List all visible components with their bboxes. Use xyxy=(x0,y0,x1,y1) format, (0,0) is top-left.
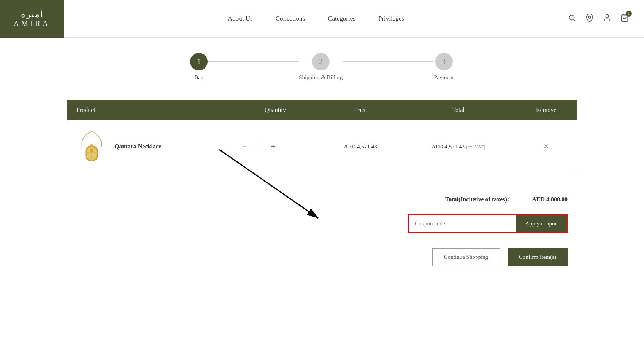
col-remove: Remove xyxy=(516,100,577,120)
step-connector-1 xyxy=(208,61,299,62)
product-name: Qantara Necklace xyxy=(114,143,161,150)
table-row: Qantara Necklace − 1 + AED 4,571.43 AED … xyxy=(67,120,577,173)
price-cell: AED 4,571.43 xyxy=(320,120,401,173)
quantity-cell: − 1 + xyxy=(231,120,320,173)
step-circle-3: 3 xyxy=(435,53,453,70)
step-label-3: Payment xyxy=(434,74,454,81)
svg-point-0 xyxy=(569,15,574,20)
coupon-box: Apply coupon xyxy=(408,214,568,233)
apply-coupon-button[interactable]: Apply coupon xyxy=(516,215,567,232)
continue-shopping-button[interactable]: Continue Shopping xyxy=(432,248,500,266)
nav-privileges[interactable]: Privileges xyxy=(378,15,404,22)
confirm-items-button[interactable]: Confirm Item(s) xyxy=(508,248,568,266)
total-label: Total(Inclusive of taxes): xyxy=(445,196,509,203)
cart-icon[interactable]: 1 xyxy=(620,14,629,24)
cart-count: 1 xyxy=(626,11,632,17)
qty-decrease-button[interactable]: − xyxy=(240,142,249,152)
col-product: Product xyxy=(67,100,231,120)
col-total: Total xyxy=(401,100,516,120)
coupon-input[interactable] xyxy=(409,215,516,232)
qty-value: 1 xyxy=(255,143,263,150)
col-price: Price xyxy=(320,100,401,120)
main-nav: About Us Collections Categories Privileg… xyxy=(228,15,404,22)
coupon-area: Apply coupon xyxy=(67,211,577,244)
totals-row: Total(Inclusive of taxes): AED 4,800.00 xyxy=(67,188,577,211)
step-circle-1: 1 xyxy=(190,53,208,70)
step-connector-2 xyxy=(343,61,434,62)
coupon-section: Apply coupon xyxy=(67,211,577,244)
nav-categories[interactable]: Categories xyxy=(328,15,355,22)
step-1: 1 Bag xyxy=(190,53,208,81)
total-value: AED 4,800.00 xyxy=(532,196,568,203)
step-circle-2: 2 xyxy=(312,53,330,70)
qty-increase-button[interactable]: + xyxy=(269,142,278,152)
main-content: 1 Bag 2 Shipping & Billing 3 Payment Pro… xyxy=(37,38,607,289)
remove-cell: ✕ xyxy=(516,120,577,173)
logo[interactable]: أميرة AMIRA xyxy=(0,0,64,38)
svg-point-2 xyxy=(588,16,591,18)
header-icons: 1 xyxy=(568,14,629,24)
step-3: 3 Payment xyxy=(434,53,454,81)
product-cell: Qantara Necklace xyxy=(67,120,231,173)
header: أميرة AMIRA About Us Collections Categor… xyxy=(0,0,644,38)
step-label-1: Bag xyxy=(194,74,203,81)
remove-button[interactable]: ✕ xyxy=(543,142,549,151)
svg-rect-10 xyxy=(90,144,93,147)
search-icon[interactable] xyxy=(568,14,576,24)
location-icon[interactable] xyxy=(585,14,594,24)
svg-point-9 xyxy=(90,149,93,152)
nav-collections[interactable]: Collections xyxy=(276,15,305,22)
step-2: 2 Shipping & Billing xyxy=(299,53,343,81)
action-buttons: Continue Shopping Confirm Item(s) xyxy=(67,244,577,274)
product-image xyxy=(76,129,107,164)
nav-about[interactable]: About Us xyxy=(228,15,253,22)
user-icon[interactable] xyxy=(603,14,611,24)
checkout-steps: 1 Bag 2 Shipping & Billing 3 Payment xyxy=(67,53,577,81)
total-cell: AED 4,571.43 (ex. VAT) xyxy=(401,120,516,173)
vat-note: (ex. VAT) xyxy=(466,144,485,150)
logo-arabic: أميرة xyxy=(21,10,43,19)
step-label-2: Shipping & Billing xyxy=(299,74,343,81)
cart-table: Product Quantity Price Total Remove xyxy=(67,100,577,173)
logo-latin: AMIRA xyxy=(14,19,51,28)
col-quantity: Quantity xyxy=(231,100,320,120)
svg-point-3 xyxy=(606,14,608,17)
svg-line-1 xyxy=(574,19,575,21)
